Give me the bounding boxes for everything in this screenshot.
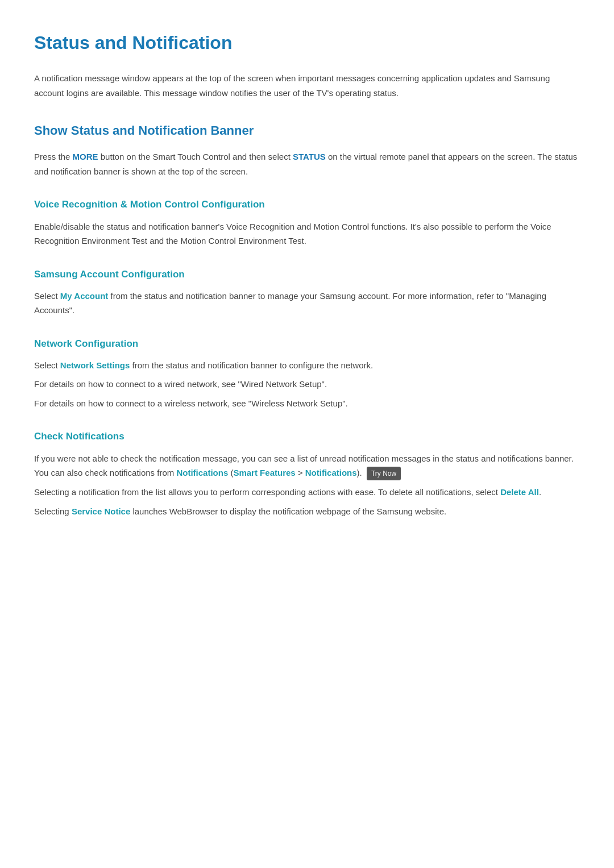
check-notifications-para3: Selecting Service Notice launches WebBro… — [34, 504, 580, 519]
voice-recognition-body: Enable/disable the status and notificati… — [34, 219, 580, 248]
samsung-account-title: Samsung Account Configuration — [34, 267, 580, 282]
service-notice-link[interactable]: Service Notice — [72, 506, 130, 516]
more-link[interactable]: MORE — [73, 152, 98, 161]
network-config-title: Network Configuration — [34, 336, 580, 351]
smart-features-link[interactable]: Smart Features — [233, 468, 295, 477]
try-now-badge[interactable]: Try Now — [367, 467, 401, 480]
network-config-subsection: Network Configuration Select Network Set… — [34, 336, 580, 411]
network-config-line3: For details on how to connect to a wirel… — [34, 396, 580, 411]
check-notifications-title: Check Notifications — [34, 429, 580, 444]
voice-recognition-title: Voice Recognition & Motion Control Confi… — [34, 197, 580, 212]
notifications-link2[interactable]: Notifications — [305, 468, 357, 477]
show-status-section: Show Status and Notification Banner Pres… — [34, 121, 580, 518]
status-link[interactable]: STATUS — [293, 152, 326, 161]
samsung-account-body: Select My Account from the status and no… — [34, 289, 580, 318]
voice-recognition-subsection: Voice Recognition & Motion Control Confi… — [34, 197, 580, 248]
check-notifications-para2: Selecting a notification from the list a… — [34, 485, 580, 500]
check-notifications-subsection: Check Notifications If you were not able… — [34, 429, 580, 518]
notifications-link1[interactable]: Notifications — [176, 468, 228, 477]
my-account-link[interactable]: My Account — [60, 291, 108, 301]
page-title: Status and Notification — [34, 28, 580, 57]
network-settings-link[interactable]: Network Settings — [60, 360, 130, 370]
network-config-line1: Select Network Settings from the status … — [34, 358, 580, 373]
network-config-line2: For details on how to connect to a wired… — [34, 377, 580, 392]
check-notifications-para1: If you were not able to check the notifi… — [34, 451, 580, 481]
intro-text: A notification message window appears at… — [34, 71, 580, 100]
show-status-title: Show Status and Notification Banner — [34, 121, 580, 140]
delete-all-link[interactable]: Delete All — [500, 487, 539, 497]
show-status-body: Press the MORE button on the Smart Touch… — [34, 149, 580, 178]
samsung-account-subsection: Samsung Account Configuration Select My … — [34, 267, 580, 318]
